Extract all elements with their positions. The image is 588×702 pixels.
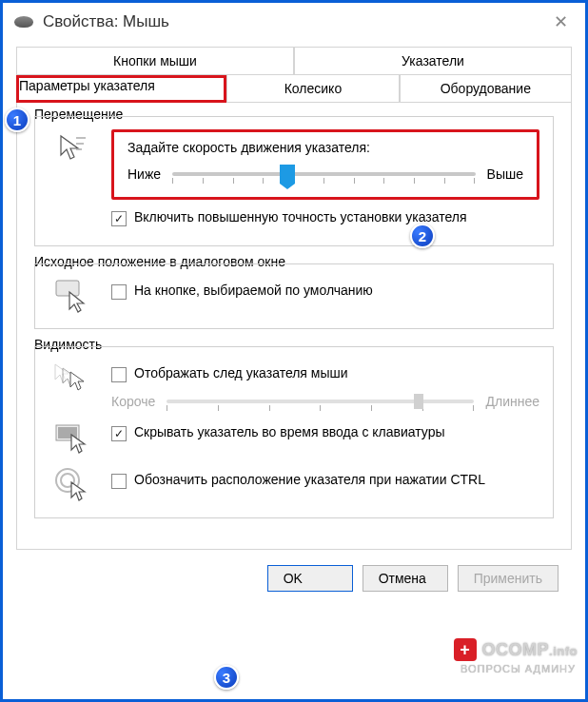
trail-slider (167, 400, 474, 403)
tab-hardware[interactable]: Оборудование (400, 75, 572, 103)
window-title: Свойства: Мышь (43, 12, 169, 31)
trail-label: Отображать след указателя мыши (134, 365, 348, 380)
trail-short-label: Короче (111, 394, 155, 409)
ok-button[interactable]: OK (267, 565, 353, 592)
trail-slider-thumb (414, 394, 423, 409)
speed-slider[interactable] (172, 172, 475, 176)
ctrl-label: Обозначить расположение указателя при на… (134, 472, 485, 487)
movement-group: Перемещение Задайте скорость движения ук… (34, 116, 554, 246)
speed-slider-thumb[interactable] (280, 165, 295, 184)
hide-pointer-icon (54, 419, 92, 457)
tabs-row-1: Кнопки мыши Указатели (16, 47, 572, 75)
tab-content: Перемещение Задайте скорость движения ук… (16, 103, 572, 550)
speed-highlight-box: Задайте скорость движения указателя: Ниж… (111, 129, 539, 200)
dialog-body: Кнопки мыши Указатели Параметры указател… (3, 41, 585, 609)
watermark-tld: .info (549, 644, 578, 658)
trail-checkbox[interactable] (111, 367, 127, 382)
watermark-brand: OCOMP (482, 640, 550, 659)
callout-2: 2 (410, 224, 435, 248)
pointer-speed-icon (54, 129, 92, 167)
hide-checkbox[interactable] (111, 426, 127, 441)
mouse-icon (14, 16, 33, 28)
tab-pointer-options[interactable]: Параметры указателя (19, 78, 224, 100)
visibility-group: Видимость (34, 346, 554, 518)
tab-buttons[interactable]: Кнопки мыши (16, 47, 294, 75)
dialog-buttons: OK Отмена Применить (16, 550, 572, 595)
callout-1: 1 (5, 107, 29, 132)
ctrl-locate-icon (54, 466, 92, 504)
watermark-sub: ВОПРОСЫ АДМИНУ (461, 663, 576, 674)
callout-3: 3 (214, 665, 239, 690)
tab-pointers[interactable]: Указатели (294, 47, 572, 75)
tabs-row-2: Параметры указателя Колесико Оборудовани… (16, 75, 572, 103)
tab-wheel[interactable]: Колесико (226, 75, 399, 103)
svg-rect-0 (56, 281, 79, 296)
watermark-plus-icon: + (454, 638, 477, 661)
snap-to-icon (54, 277, 92, 315)
pointer-trail-icon (54, 360, 92, 398)
apply-button[interactable]: Применить (458, 565, 559, 592)
snap-label: На кнопке, выбираемой по умолчанию (134, 283, 373, 298)
close-button[interactable]: ✕ (548, 6, 574, 38)
speed-label: Задайте скорость движения указателя: (127, 140, 523, 155)
trail-long-label: Длиннее (485, 394, 539, 409)
ctrl-checkbox[interactable] (111, 474, 127, 489)
precision-label: Включить повышенную точность установки у… (134, 209, 467, 224)
snap-group: Исходное положение в диалоговом окне На … (34, 263, 554, 329)
speed-fast-label: Выше (487, 166, 523, 182)
snap-checkbox[interactable] (111, 284, 127, 300)
speed-slow-label: Ниже (127, 166, 161, 182)
precision-checkbox[interactable] (111, 211, 127, 226)
cancel-button[interactable]: Отмена (363, 565, 448, 592)
hide-label: Скрывать указатель во время ввода с клав… (134, 424, 445, 439)
watermark: + OCOMP.info (454, 638, 578, 661)
titlebar: Свойства: Мышь ✕ (3, 3, 585, 41)
